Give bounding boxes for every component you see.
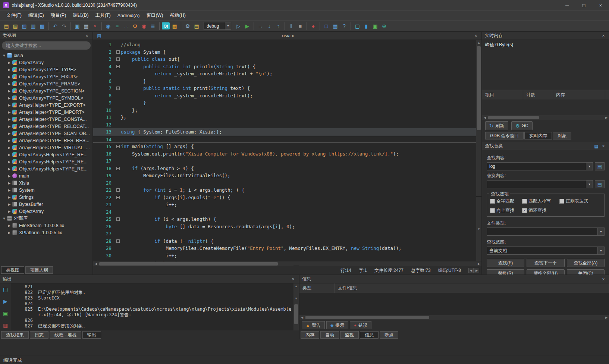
- output-android-icon[interactable]: ▣: [2, 310, 9, 317]
- scroll-right-icon[interactable]: ▶: [604, 316, 609, 319]
- replace-button[interactable]: 替换(R): [487, 269, 524, 274]
- nav-left-icon[interactable]: ◀: [468, 268, 474, 273]
- chevron-collapsed-icon[interactable]: ▶: [7, 195, 12, 199]
- chevron-collapsed-icon[interactable]: ▶: [7, 231, 12, 235]
- code-line[interactable]: 30 i++;: [93, 252, 476, 260]
- checkbox-search-up[interactable]: 向上查找: [490, 207, 522, 214]
- open-file-icon[interactable]: ▧: [11, 22, 19, 30]
- help-icon[interactable]: ?: [340, 22, 348, 30]
- scope-select[interactable]: 当前文档 ▼: [487, 247, 605, 255]
- chevron-collapsed-icon[interactable]: ▶: [7, 61, 12, 65]
- code-line[interactable]: 4− public static int println(String text…: [93, 63, 476, 70]
- fold-collapse-icon[interactable]: −: [116, 217, 120, 221]
- chevron-collapsed-icon[interactable]: ▶: [7, 89, 12, 93]
- code-line[interactable]: 18− if (args.length > 4) {: [93, 165, 476, 172]
- find-next-button[interactable]: 查找下一个: [527, 259, 564, 267]
- fold-collapse-icon[interactable]: −: [116, 196, 120, 199]
- qt-designer-icon[interactable]: Qt: [162, 22, 170, 29]
- chevron-collapsed-icon[interactable]: ▶: [7, 132, 12, 135]
- menu-window[interactable]: 窗口(W): [143, 11, 166, 20]
- new-file-icon[interactable]: ▤: [2, 22, 10, 30]
- scroll-left-icon[interactable]: ◀: [299, 316, 305, 319]
- code-area[interactable]: 1//xlang2−package System {3− public clas…: [93, 40, 481, 261]
- outline-icon[interactable]: ≣: [149, 22, 157, 30]
- output-console-icon[interactable]: ▢: [2, 286, 9, 293]
- ui-designer-icon[interactable]: ▦: [170, 22, 179, 30]
- info-horizontal-scrollbar[interactable]: ◀ ▶: [299, 315, 609, 320]
- hints-filter-button[interactable]: ◆提示: [326, 321, 348, 329]
- close-button[interactable]: ×: [592, 0, 609, 10]
- window-layout-icon[interactable]: ▦: [331, 22, 339, 30]
- pause-icon[interactable]: ‖: [287, 22, 295, 30]
- build-settings-icon[interactable]: ⚙: [183, 22, 192, 30]
- scroll-down-icon[interactable]: ▼: [476, 196, 481, 261]
- memory-column-item[interactable]: 项目: [482, 90, 523, 100]
- tab-log[interactable]: 日志: [30, 331, 48, 339]
- checkbox-regex[interactable]: 正则表达式: [559, 198, 588, 204]
- chevron-down-icon[interactable]: ▼: [597, 247, 604, 254]
- output-run-icon[interactable]: ▶: [2, 298, 9, 305]
- tree-item[interactable]: ▶System: [0, 186, 92, 194]
- chevron-expanded-icon[interactable]: ▼: [1, 217, 7, 220]
- menu-file[interactable]: 文件(F): [3, 11, 25, 20]
- close-icon[interactable]: ×: [600, 277, 606, 282]
- scroll-left-icon[interactable]: ◀: [482, 116, 487, 119]
- fold-collapse-icon[interactable]: −: [116, 167, 120, 170]
- code-line[interactable]: 8 return _system_.consoleWrite(text);: [93, 92, 476, 100]
- file-type-select[interactable]: ▼: [487, 228, 605, 236]
- code-line[interactable]: 21− for (int i = 1; i < args.length; ) {: [93, 186, 476, 194]
- tree-item[interactable]: ▶ArraysHelper<TYPE_CONSTA...: [0, 116, 92, 123]
- tree-item[interactable]: ▶ArraysHelper<TYPE_RELOCAT...: [0, 123, 92, 130]
- code-line[interactable]: 17: [93, 157, 476, 165]
- step-out-icon[interactable]: ↑: [274, 22, 282, 30]
- scroll-up-icon[interactable]: ▲: [476, 40, 481, 45]
- tree-item[interactable]: ▶ArraysHelper<TYPE_EXPORT>: [0, 101, 92, 109]
- warnings-filter-button[interactable]: ▲警告: [302, 321, 325, 329]
- code-line[interactable]: 16 System.out.println("Xisia Compiler fo…: [93, 150, 476, 158]
- output-vertical-scrollbar[interactable]: ▲ ▼: [293, 283, 299, 330]
- scroll-thumb[interactable]: [99, 262, 278, 266]
- tab-objects[interactable]: 对象: [553, 132, 571, 139]
- tab-find-results[interactable]: 查找结果: [1, 331, 29, 339]
- editor-vertical-scrollbar[interactable]: ▲ ▼: [476, 40, 481, 261]
- info-column-type[interactable]: 类型: [299, 283, 335, 293]
- tab-memory[interactable]: 内存: [301, 331, 319, 339]
- scroll-left-icon[interactable]: ◀: [93, 262, 98, 266]
- tree-item[interactable]: ▶main: [0, 172, 92, 179]
- tree-item[interactable]: ▶Strings: [0, 194, 92, 201]
- menu-edit[interactable]: 编辑(E): [25, 11, 47, 20]
- code-line[interactable]: 19 MemoryFiles.InitVirtualFiles();: [93, 172, 476, 179]
- chevron-down-icon[interactable]: ▼: [586, 181, 593, 188]
- fold-collapse-icon[interactable]: −: [116, 57, 120, 61]
- find-in-files-icon[interactable]: ▤: [593, 144, 600, 149]
- add-file-icon[interactable]: ▨: [20, 22, 28, 30]
- code-line[interactable]: 27: [93, 230, 476, 238]
- code-line[interactable]: 11};: [93, 114, 476, 121]
- chevron-collapsed-icon[interactable]: ▶: [7, 224, 12, 228]
- code-line[interactable]: 6 }: [93, 78, 476, 85]
- checkbox-match-case[interactable]: 匹配大小写: [522, 198, 559, 204]
- menu-debug[interactable]: 调试(D): [69, 11, 92, 20]
- code-line[interactable]: 24: [93, 208, 476, 216]
- maximize-button[interactable]: □: [575, 0, 592, 10]
- find-input[interactable]: log ▼: [487, 162, 593, 170]
- chevron-collapsed-icon[interactable]: ▶: [7, 68, 12, 72]
- info-body[interactable]: [299, 293, 609, 315]
- tab-output[interactable]: 输出: [82, 331, 101, 339]
- redo-icon[interactable]: ↷: [60, 22, 68, 30]
- tree-item[interactable]: ▶ArraysHelper<TYPE_SCAN_OB...: [0, 130, 92, 137]
- close-icon[interactable]: ×: [600, 144, 606, 149]
- tree-item[interactable]: ▼xisia: [0, 52, 92, 59]
- refresh-button[interactable]: ↻ 刷新: [485, 121, 508, 130]
- code-line[interactable]: 10 };: [93, 107, 476, 114]
- save-all-icon[interactable]: ▩: [38, 22, 46, 30]
- fold-collapse-icon[interactable]: −: [116, 50, 120, 54]
- tab-auto[interactable]: 自动: [320, 331, 339, 339]
- copy-icon[interactable]: ▣: [73, 22, 81, 30]
- chevron-collapsed-icon[interactable]: ▶: [7, 160, 12, 164]
- tab-gdb-console[interactable]: GDB 命令窗口: [485, 132, 524, 139]
- remote-monitor-icon[interactable]: ▢: [353, 22, 361, 30]
- code-line[interactable]: 13using { System; FileStream; Xisia;};: [93, 128, 476, 136]
- chevron-collapsed-icon[interactable]: ▶: [7, 75, 12, 79]
- scroll-right-icon[interactable]: ▶: [604, 116, 609, 119]
